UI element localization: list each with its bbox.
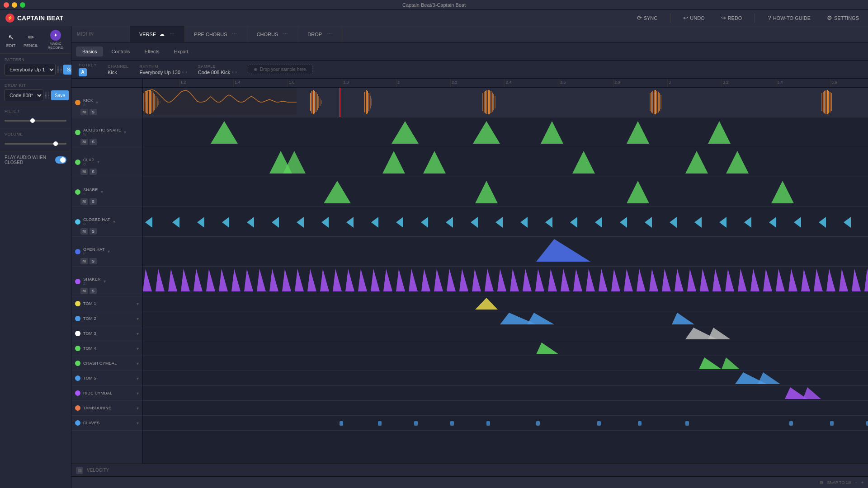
edit-tool-select[interactable]: ↖ EDIT — [5, 32, 16, 48]
open-hat-controls: M S — [80, 258, 97, 264]
tom4-expand[interactable]: ▾ — [137, 346, 139, 351]
crash-expand[interactable]: ▾ — [137, 361, 139, 366]
drum-kit-next-btn[interactable]: › — [48, 92, 50, 99]
verse-more-btn[interactable]: ⋯ — [168, 31, 175, 38]
velocity-label: VELOCITY — [87, 468, 109, 473]
snare-mute-btn[interactable]: M — [80, 198, 88, 205]
shaker-solo-btn[interactable]: S — [90, 288, 97, 294]
shaker-expand[interactable]: ▾ — [104, 279, 106, 284]
svg-marker-121 — [219, 269, 228, 291]
snare-expand[interactable]: ▾ — [101, 189, 103, 194]
clap-mute-btn[interactable]: M — [80, 169, 88, 175]
how-to-guide-button[interactable]: ? HOW-TO GUIDE — [764, 13, 814, 23]
pattern-next-btn[interactable]: › — [61, 66, 62, 73]
tom3-expand[interactable]: ▾ — [137, 331, 139, 336]
track-label-open-hat: OPEN HAT F ▾ M S — [71, 237, 142, 267]
shaker-row[interactable] — [143, 267, 868, 296]
redo-button[interactable]: ↪ REDO — [717, 13, 746, 23]
svg-marker-60 — [627, 121, 649, 144]
ruler-mark-1.6: 1.6 — [289, 80, 295, 84]
ride-expand[interactable]: ▾ — [137, 391, 139, 396]
crash-row[interactable] — [143, 356, 868, 371]
closed-hat-solo-btn[interactable]: S — [90, 228, 97, 235]
edit-tool-magic[interactable]: ✦ MAGIC RECORD — [46, 30, 66, 50]
settings-button[interactable]: ⚙ SETTINGS — [823, 13, 863, 23]
rhythm-prev-arrow[interactable]: ‹ — [182, 70, 184, 75]
tambourine-row[interactable] — [143, 401, 868, 416]
open-hat-expand[interactable]: ▾ — [108, 249, 110, 254]
tom1-expand[interactable]: ▾ — [137, 301, 139, 306]
clap-row[interactable] — [143, 147, 868, 177]
tom4-row[interactable] — [143, 341, 868, 356]
play-audio-toggle[interactable] — [55, 156, 66, 164]
acoustic-snare-row[interactable] — [143, 117, 868, 147]
tom2-row[interactable] — [143, 311, 868, 326]
sync-button[interactable]: ⟳ SYNC — [633, 13, 661, 23]
close-button[interactable] — [4, 2, 9, 8]
sample-next-arrow[interactable]: › — [236, 70, 237, 75]
section-tab-drop[interactable]: DROP ⋯ — [298, 26, 342, 42]
drop-sample-zone[interactable]: ⊕ Drop your sample here. — [248, 65, 313, 74]
tab-export[interactable]: Export — [168, 47, 195, 56]
track-rows-container: kick wave bars — [143, 88, 868, 431]
snap-plus-btn[interactable]: + — [861, 480, 863, 485]
snare-solo-btn[interactable]: S — [90, 198, 97, 205]
edit-tool-pencil[interactable]: ✏ PENCIL — [24, 32, 38, 48]
ride-row[interactable] — [143, 386, 868, 401]
tab-basics[interactable]: Basics — [76, 47, 103, 56]
drum-kit-select[interactable]: Code 808* — [5, 89, 43, 101]
tom3-row[interactable] — [143, 326, 868, 341]
svg-rect-217 — [866, 421, 868, 426]
sample-prev-arrow[interactable]: ‹ — [232, 70, 233, 75]
tom1-row[interactable] — [143, 296, 868, 311]
closed-hat-expand[interactable]: ▾ — [113, 219, 115, 224]
acoustic-snare-solo-btn[interactable]: S — [90, 139, 97, 145]
section-tab-prechorus[interactable]: PRE CHORUS ⋯ — [185, 26, 247, 42]
kick-mute-btn[interactable]: M — [80, 109, 88, 115]
open-hat-solo-btn[interactable]: S — [90, 258, 97, 264]
closed-hat-row[interactable] — [143, 207, 868, 237]
kick-row[interactable]: kick wave bars — [143, 88, 868, 117]
shaker-mute-btn[interactable]: M — [80, 288, 88, 294]
section-tab-verse[interactable]: VERSE ☁ ⋯ — [130, 26, 185, 42]
drum-kit-prev-btn[interactable]: ‹ — [45, 92, 47, 99]
pattern-prev-btn[interactable]: ‹ — [57, 66, 59, 73]
open-hat-mute-btn[interactable]: M — [80, 258, 88, 264]
pencil-icon: ✏ — [25, 32, 36, 42]
kick-expand[interactable]: ▾ — [96, 100, 98, 105]
grid-wrapper[interactable]: 1.21.41.61.822.22.42.62.833.23.43.63.844… — [143, 79, 868, 464]
tambourine-expand[interactable]: ▾ — [137, 406, 139, 411]
tom5-expand[interactable]: ▾ — [137, 376, 139, 381]
drum-kit-save-button[interactable]: Save — [51, 90, 69, 100]
snap-minus-btn[interactable]: − — [855, 480, 857, 485]
svg-rect-37 — [493, 94, 494, 110]
chorus-more-btn[interactable]: ⋯ — [282, 31, 289, 38]
acoustic-snare-mute-btn[interactable]: M — [80, 139, 88, 145]
undo-button[interactable]: ↩ UNDO — [679, 13, 708, 23]
claves-expand[interactable]: ▾ — [137, 421, 139, 426]
maximize-button[interactable] — [20, 2, 25, 8]
kick-solo-btn[interactable]: S — [90, 109, 97, 115]
rhythm-next-arrow[interactable]: › — [185, 70, 187, 75]
clap-solo-btn[interactable]: S — [90, 169, 97, 175]
snare-row[interactable] — [143, 177, 868, 207]
svg-rect-51 — [826, 90, 826, 114]
closed-hat-mute-btn[interactable]: M — [80, 228, 88, 235]
pattern-select[interactable]: Everybody Up 1 — [5, 64, 56, 75]
section-tab-chorus[interactable]: CHORUS ⋯ — [248, 26, 299, 42]
acoustic-snare-expand[interactable]: ▾ — [124, 130, 126, 135]
minimize-button[interactable] — [12, 2, 17, 8]
open-hat-row[interactable] — [143, 237, 868, 267]
clap-expand[interactable]: ▾ — [97, 160, 99, 164]
claves-row[interactable] — [143, 416, 868, 431]
tab-controls[interactable]: Controls — [105, 47, 136, 56]
tom5-row[interactable] — [143, 371, 868, 386]
tab-effects[interactable]: Effects — [138, 47, 165, 56]
svg-marker-94 — [645, 217, 652, 228]
tom2-expand[interactable]: ▾ — [137, 316, 139, 321]
volume-slider[interactable] — [5, 143, 66, 145]
prechorus-more-btn[interactable]: ⋯ — [231, 31, 238, 38]
svg-marker-73 — [771, 181, 794, 203]
drop-more-btn[interactable]: ⋯ — [326, 31, 333, 38]
filter-slider[interactable] — [5, 120, 66, 122]
